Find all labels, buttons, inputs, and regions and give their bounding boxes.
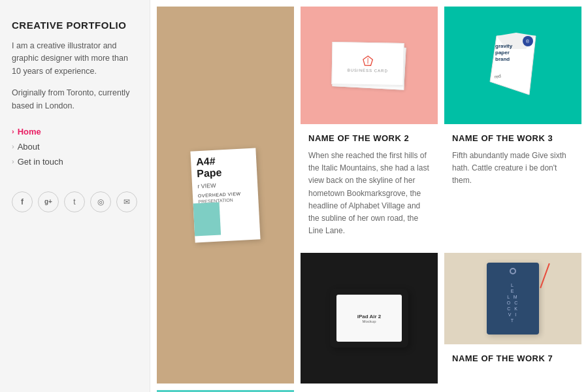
- social-icons: f g+ t ◎ ✉: [12, 191, 138, 212]
- svg-text:paper: paper: [495, 50, 510, 56]
- sidebar: CREATIVE PORTFOLIO I am a creative illus…: [0, 0, 150, 392]
- card-image-1: A4#Paper VIEW OVERHEAD VIEW PRESENTATION: [157, 7, 294, 384]
- portfolio-item-2[interactable]: BUSINESS CARD NAME OF THE WORK 2 When sh…: [301, 7, 438, 246]
- card-image-7: L E L M O C C K V I T: [444, 253, 581, 344]
- facebook-icon[interactable]: f: [12, 191, 33, 212]
- business-cards-thumbnail: BUSINESS CARD: [330, 39, 408, 91]
- google-plus-icon[interactable]: g+: [38, 191, 59, 212]
- card-image-2: BUSINESS CARD: [301, 7, 438, 124]
- chevron-icon: ›: [12, 142, 14, 150]
- chevron-icon: ›: [12, 127, 14, 135]
- portfolio-item-7[interactable]: L E L M O C C K V I T NAME OF THE WORK 7: [444, 253, 581, 384]
- chevron-icon: ›: [12, 157, 14, 165]
- card-text-3: Fifth abundantly made Give sixth hath. C…: [452, 150, 574, 188]
- sidebar-title: CREATIVE PORTFOLIO: [12, 20, 138, 31]
- nav-item-home[interactable]: › Home: [12, 127, 138, 137]
- document-thumbnail: A4#Paper VIEW OVERHEAD VIEW PRESENTATION: [190, 148, 260, 242]
- instagram-icon[interactable]: ◎: [90, 191, 111, 212]
- paper-cone-svg: gravity paper brand ® red: [483, 29, 542, 101]
- email-icon[interactable]: ✉: [116, 191, 137, 212]
- sidebar-bio: I am a creative illustrator and graphic …: [12, 40, 138, 78]
- sidebar-location: Originally from Toronto, currently based…: [12, 87, 138, 112]
- card-image-3: gravity paper brand ® red: [444, 7, 581, 124]
- card-image-5: iPad Air 2 Mockup: [301, 253, 438, 384]
- card-body-7: NAME OF THE WORK 7: [444, 344, 581, 379]
- twitter-icon[interactable]: t: [64, 191, 85, 212]
- portfolio-grid: A4#Paper VIEW OVERHEAD VIEW PRESENTATION: [150, 0, 588, 392]
- card-body-3: NAME OF THE WORK 3 Fifth abundantly made…: [444, 124, 581, 197]
- nav-item-about[interactable]: › About: [12, 142, 138, 152]
- svg-text:®: ®: [526, 39, 530, 44]
- card-body-2: NAME OF THE WORK 2 When she reached the …: [301, 124, 438, 246]
- card-title-7: NAME OF THE WORK 7: [452, 353, 574, 363]
- sidebar-nav: › Home › About › Get in touch: [12, 127, 138, 172]
- grid-container: A4#Paper VIEW OVERHEAD VIEW PRESENTATION: [157, 7, 581, 392]
- card-title-2: NAME OF THE WORK 2: [308, 133, 430, 143]
- portfolio-item-3[interactable]: gravity paper brand ® red NAME OF THE WO…: [444, 7, 581, 246]
- portfolio-item-5[interactable]: iPad Air 2 Mockup: [301, 253, 438, 384]
- card-title-3: NAME OF THE WORK 3: [452, 133, 574, 143]
- nav-item-get-in-touch[interactable]: › Get in touch: [12, 157, 138, 167]
- portfolio-item-1[interactable]: A4#Paper VIEW OVERHEAD VIEW PRESENTATION: [157, 7, 294, 384]
- svg-text:brand: brand: [495, 56, 510, 62]
- card-text-2: When she reached the first hills of the …: [308, 150, 430, 237]
- ipad-thumbnail: iPad Air 2 Mockup: [330, 289, 408, 348]
- svg-text:gravity: gravity: [495, 43, 513, 49]
- tag-thumbnail: L E L M O C C K V I T: [487, 263, 539, 335]
